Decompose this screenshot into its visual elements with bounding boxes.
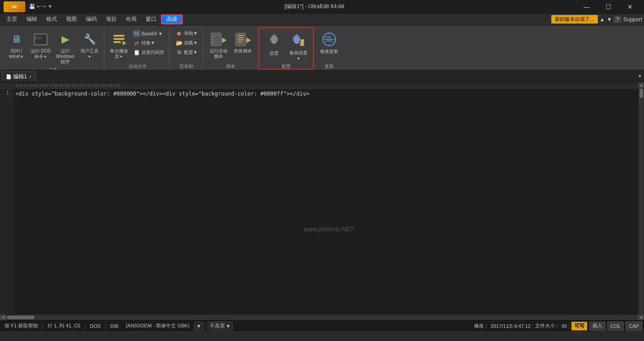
group-macro-label: 宏录制 — [173, 62, 200, 70]
svg-rect-4 — [114, 41, 121, 43]
editor-watermark: www.pHome.NET — [304, 226, 354, 233]
title-bar-left: UE 💾 ↩ ↪ ▼ — [4, 1, 52, 12]
base64-label: Base64 ▼ — [142, 31, 163, 36]
encoding-name: (ANSI/OEM - 简体中文 GBK) — [123, 322, 192, 331]
menu-view[interactable]: 视图 — [62, 14, 81, 24]
qa-save[interactable]: 💾 — [29, 4, 35, 9]
help-icon[interactable]: ? — [614, 16, 621, 23]
insert-mode-button[interactable]: 插入 — [589, 322, 606, 331]
scrollbar-vertical[interactable]: ▲ ▼ — [639, 82, 644, 314]
menu-window[interactable]: 窗口 — [141, 14, 161, 24]
ribbon-group-config: 设置 备份设置▼ 配置 — [259, 27, 314, 70]
col-button[interactable]: COL — [607, 322, 624, 331]
run-active-script-icon: S C R — [210, 31, 227, 48]
user-tools-button[interactable]: 🔧 用户工具▼ — [78, 29, 101, 61]
group-active-file-label: 活动文件 — [108, 62, 166, 70]
all-scripts-button[interactable]: 所有脚本 — [231, 29, 255, 61]
scroll-up-button[interactable]: ▲ — [639, 82, 644, 88]
config-macro-button[interactable]: ⚙ 配置▼ — [173, 48, 200, 57]
ribbon-group-config-content: 设置 备份设置▼ — [262, 29, 310, 62]
qa-redo[interactable]: ↪ — [42, 4, 46, 9]
record-button[interactable]: ⏺ 录制▼ — [173, 29, 200, 38]
run-windows-icon: ▶ — [57, 31, 73, 48]
dos-button[interactable]: C:\> 运行 DOS命令▼ — [29, 29, 52, 61]
group-config-label: 配置 — [262, 62, 310, 70]
menu-layout[interactable]: 布局 — [121, 14, 141, 24]
encoding-dropdown[interactable]: ▼ — [194, 322, 204, 331]
status-sep-6 — [569, 322, 569, 330]
scroll-thumb-v — [639, 89, 643, 98]
run-active-script-label: 运行活动脚本 — [208, 48, 229, 59]
tab-dropdown[interactable]: ▼ — [638, 74, 642, 79]
ribbon-group-active-file: 单次播放宏▼ 94 Base64 ▼ ⇄ 转换▼ 📋 设置代码页 — [105, 27, 170, 70]
svg-marker-10 — [222, 38, 227, 43]
settings-button[interactable]: 设置 — [262, 31, 286, 62]
scrollbar-horizontal[interactable]: ◄ ► — [0, 314, 644, 320]
check-update-button[interactable]: www 检查更新 — [317, 29, 341, 61]
editor-inner: 1 0 10 20 30 40 50 60 70 80 90 100 110 1… — [0, 82, 644, 320]
writable-button[interactable]: 可写 — [571, 322, 587, 331]
scroll-track-v[interactable] — [639, 88, 644, 314]
close-button[interactable]: ✕ — [620, 0, 640, 14]
status-sep-4 — [205, 322, 206, 330]
code-line-1[interactable]: <div style="background-color: #000000"><… — [14, 89, 644, 99]
tab-bar: 📄 编辑1 × ▼ — [0, 71, 644, 82]
scroll-track-h[interactable] — [6, 315, 638, 320]
ssh-button[interactable]: 🖥 SSH /telnet▼ — [5, 29, 28, 61]
set-codepage-button[interactable]: 📋 设置代码页 — [131, 48, 166, 57]
settings-icon — [266, 33, 282, 49]
status-sep-2 — [85, 322, 85, 330]
record-label: 录制▼ — [184, 30, 198, 37]
svg-text:R: R — [212, 41, 214, 44]
new-version-button[interactable]: 新的版本出现了... — [551, 15, 597, 24]
minimize-button[interactable]: — — [576, 0, 597, 14]
menu-advanced[interactable]: 高级 — [161, 14, 183, 24]
menu-right: 新的版本出现了... ▲ ▼ ? Support — [551, 15, 642, 24]
editor-area: 1 0 10 20 30 40 50 60 70 80 90 100 110 1… — [0, 82, 644, 320]
support-button[interactable]: Support — [623, 16, 642, 23]
qa-undo[interactable]: ↩ — [37, 4, 41, 9]
code-content: <div style="background-color: #000000"><… — [15, 91, 309, 97]
ribbon: 🖥 SSH /telnet▼ C:\> 运行 DOS命令▼ ▶ 运行Window… — [0, 25, 644, 71]
load-button[interactable]: 📂 加载▼ — [173, 38, 200, 48]
status-sep-5 — [533, 322, 533, 330]
all-scripts-label: 所有脚本 — [234, 48, 252, 54]
editor-content[interactable]: 0 10 20 30 40 50 60 70 80 90 100 110 120… — [14, 82, 644, 314]
ribbon-group-update-content: www 检查更新 — [317, 27, 341, 62]
cap-button[interactable]: CAP — [625, 322, 642, 331]
load-label: 加载▼ — [184, 40, 198, 46]
macro-play-icon — [111, 31, 127, 48]
maximize-button[interactable]: ☐ — [598, 0, 619, 14]
backup-settings-button[interactable]: 备份设置▼ — [287, 31, 310, 62]
cursor-position: 行 1, 列 41, C0 — [45, 322, 83, 331]
window-controls: — ☐ ✕ — [576, 0, 640, 14]
menu-format[interactable]: 格式 — [42, 14, 62, 24]
ssh-icon: 🖥 — [8, 31, 24, 48]
tab-close-button[interactable]: × — [29, 74, 32, 79]
scroll-left-button[interactable]: ◄ — [0, 314, 6, 321]
qa-dropdown[interactable]: ▼ — [47, 4, 52, 9]
record-icon: ⏺ — [175, 30, 183, 37]
menu-encoding[interactable]: 编码 — [81, 14, 101, 24]
tab-edit1[interactable]: 📄 编辑1 × — [2, 72, 36, 82]
menu-project[interactable]: 项目 — [101, 14, 121, 24]
tab-icon: 📄 — [6, 74, 11, 79]
base64-button[interactable]: 94 Base64 ▼ — [131, 29, 166, 38]
settings-label: 设置 — [270, 50, 279, 57]
height-dropdown-arrow: ▼ — [226, 323, 231, 329]
scroll-thumb-h — [7, 316, 34, 319]
macro-play-button[interactable]: 单次播放宏▼ — [108, 29, 130, 61]
ribbon-group-script: S C R 运行活动脚本 — [204, 27, 258, 70]
nav-up-icon[interactable]: ▲ — [600, 16, 605, 23]
status-bar: 按 F1 获取帮助 行 1, 列 41, C0 DOS 936 (ANSI/OE… — [0, 320, 644, 331]
check-update-icon: www — [321, 31, 337, 48]
line-ending: DOS — [87, 322, 104, 331]
run-active-script-button[interactable]: S C R 运行活动脚本 — [207, 29, 230, 61]
run-windows-button[interactable]: ▶ 运行Windows程序 — [53, 29, 77, 66]
menu-home[interactable]: 主页 — [2, 14, 22, 24]
menu-edit[interactable]: 编辑 — [22, 14, 42, 24]
height-mode-dropdown[interactable]: 不高宽 ▼ — [208, 322, 233, 331]
convert-button[interactable]: ⇄ 转换▼ — [131, 38, 166, 48]
status-sep-3 — [105, 322, 106, 330]
nav-down-icon[interactable]: ▼ — [606, 16, 612, 23]
